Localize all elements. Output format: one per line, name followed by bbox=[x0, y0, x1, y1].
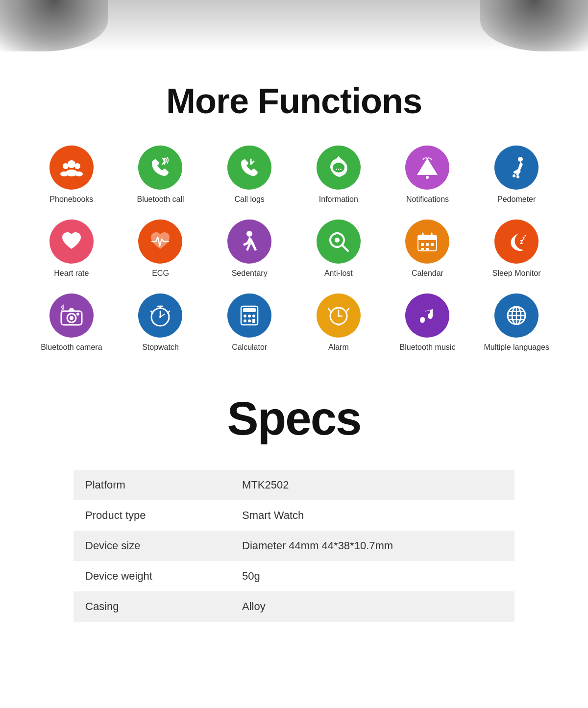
svg-point-48 bbox=[248, 319, 251, 322]
languages-icon bbox=[503, 302, 530, 329]
function-calculator: Calculator bbox=[207, 293, 292, 353]
languages-label: Multiple languages bbox=[484, 342, 549, 353]
calendar-label: Calendar bbox=[412, 269, 443, 279]
svg-point-11 bbox=[518, 157, 523, 162]
functions-title: More Functions bbox=[29, 81, 559, 121]
heart-icon-bg bbox=[49, 220, 94, 264]
bt-camera-icon-bg bbox=[49, 293, 94, 338]
specs-title: Specs bbox=[29, 391, 559, 445]
notifications-icon bbox=[414, 154, 441, 181]
svg-point-39 bbox=[159, 316, 161, 318]
bt-music-icon-bg bbox=[405, 293, 449, 338]
svg-line-55 bbox=[347, 308, 349, 311]
spec-value: 50g bbox=[230, 561, 514, 591]
alarm-icon-bg bbox=[317, 293, 361, 338]
function-stopwatch: Stopwatch bbox=[119, 293, 203, 353]
svg-rect-22 bbox=[421, 243, 424, 246]
svg-point-46 bbox=[252, 315, 255, 317]
spec-label: Product type bbox=[74, 500, 230, 531]
function-calendar: Calendar bbox=[386, 220, 470, 279]
sedentary-label: Sedentary bbox=[232, 269, 268, 279]
function-phonebooks: Phonebooks bbox=[29, 146, 114, 205]
bt-music-icon bbox=[414, 302, 441, 329]
svg-rect-43 bbox=[243, 308, 256, 312]
svg-point-12 bbox=[513, 174, 515, 177]
svg-point-45 bbox=[248, 315, 251, 317]
svg-point-32 bbox=[70, 316, 74, 320]
svg-rect-24 bbox=[431, 243, 434, 246]
svg-point-44 bbox=[244, 315, 246, 317]
ecg-label: ECG bbox=[152, 269, 169, 279]
function-ecg: ECG bbox=[119, 220, 203, 279]
sedentary-icon-bg bbox=[227, 220, 271, 264]
function-information: ... Information bbox=[296, 146, 381, 205]
calculator-label: Calculator bbox=[232, 342, 267, 353]
languages-icon-bg bbox=[494, 293, 539, 338]
pedometer-label: Pedometer bbox=[497, 195, 536, 205]
svg-marker-9 bbox=[417, 158, 438, 175]
pedometer-icon-bg bbox=[494, 146, 539, 190]
bt-music-label: Bluetooth music bbox=[400, 342, 456, 353]
hero-image bbox=[0, 0, 588, 51]
svg-point-2 bbox=[74, 163, 80, 169]
spec-label: Device weight bbox=[74, 561, 230, 591]
calendar-icon-bg bbox=[405, 220, 449, 264]
spec-row: PlatformMTK2502 bbox=[74, 470, 514, 500]
svg-point-16 bbox=[335, 238, 340, 243]
phonebooks-icon bbox=[58, 154, 85, 181]
svg-rect-25 bbox=[421, 248, 424, 250]
pedometer-icon bbox=[503, 154, 530, 181]
stopwatch-icon bbox=[147, 302, 173, 329]
svg-line-17 bbox=[342, 245, 348, 251]
spec-row: Device sizeDiameter 44mm 44*38*10.7mm bbox=[74, 531, 514, 561]
heart-icon bbox=[58, 228, 85, 255]
spec-row: Product typeSmart Watch bbox=[74, 500, 514, 531]
functions-grid: Phonebooks Bluetooth call bbox=[29, 146, 559, 352]
function-bt-music: Bluetooth music bbox=[386, 293, 470, 353]
anti-lost-icon bbox=[325, 228, 352, 255]
svg-rect-19 bbox=[418, 235, 437, 240]
function-bt-call: Bluetooth call bbox=[119, 146, 203, 205]
svg-text:z: z bbox=[524, 234, 526, 238]
information-label: Information bbox=[319, 195, 358, 205]
spec-label: Platform bbox=[74, 470, 230, 500]
spec-row: CasingAlloy bbox=[74, 591, 514, 622]
information-icon: ... bbox=[325, 154, 352, 181]
heart-rate-label: Heart rate bbox=[54, 269, 89, 279]
call-logs-icon-bg bbox=[227, 146, 271, 190]
bt-call-icon-bg bbox=[138, 146, 182, 190]
svg-point-6 bbox=[337, 156, 340, 162]
svg-rect-10 bbox=[426, 176, 429, 179]
spec-row: Device weight50g bbox=[74, 561, 514, 591]
calculator-icon-bg bbox=[227, 293, 271, 338]
calculator-icon bbox=[236, 302, 263, 329]
function-sleep: z z z Sleep Monitor bbox=[474, 220, 559, 279]
alarm-icon bbox=[325, 302, 352, 329]
bt-call-icon bbox=[147, 154, 173, 181]
spec-label: Device size bbox=[74, 531, 230, 561]
sedentary-icon bbox=[236, 228, 263, 255]
svg-line-54 bbox=[328, 308, 330, 311]
svg-rect-49 bbox=[252, 319, 255, 323]
svg-rect-23 bbox=[426, 243, 429, 246]
ecg-icon bbox=[147, 228, 173, 255]
call-logs-label: Call logs bbox=[234, 195, 264, 205]
sleep-icon-bg: z z z bbox=[494, 220, 539, 264]
main-content: More Functions Phonebooks bbox=[0, 51, 588, 651]
function-anti-lost: Anti-lost bbox=[296, 220, 381, 279]
svg-point-14 bbox=[246, 231, 252, 237]
notifications-icon-bg bbox=[405, 146, 449, 190]
svg-point-4 bbox=[60, 171, 68, 176]
svg-point-47 bbox=[244, 319, 246, 322]
stopwatch-label: Stopwatch bbox=[142, 342, 179, 353]
function-heart-rate: Heart rate bbox=[29, 220, 114, 279]
sleep-label: Sleep Monitor bbox=[492, 269, 541, 279]
alarm-label: Alarm bbox=[328, 342, 349, 353]
spec-value: Diameter 44mm 44*38*10.7mm bbox=[230, 531, 514, 561]
ecg-icon-bg bbox=[138, 220, 182, 264]
function-pedometer: Pedometer bbox=[474, 146, 559, 205]
bt-camera-label: Bluetooth camera bbox=[41, 342, 102, 353]
phonebooks-icon-bg bbox=[49, 146, 94, 190]
svg-point-0 bbox=[68, 160, 75, 168]
svg-rect-26 bbox=[426, 248, 429, 250]
